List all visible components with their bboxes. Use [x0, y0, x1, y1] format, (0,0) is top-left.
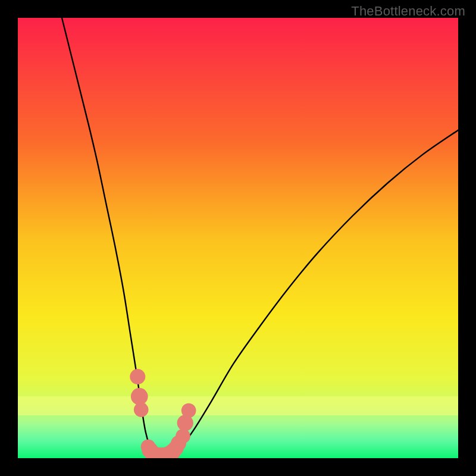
band-highlight: [18, 396, 458, 415]
valley-point: [176, 429, 190, 444]
valley-point: [181, 403, 196, 418]
plot-area: [18, 18, 458, 458]
valley-point: [134, 402, 149, 417]
watermark-label: TheBottleneck.com: [351, 4, 465, 19]
figure-frame: TheBottleneck.com: [0, 0, 476, 476]
gradient-background: [18, 18, 458, 458]
valley-point: [130, 369, 145, 384]
valley-point: [131, 388, 148, 405]
chart-svg: [18, 18, 458, 458]
